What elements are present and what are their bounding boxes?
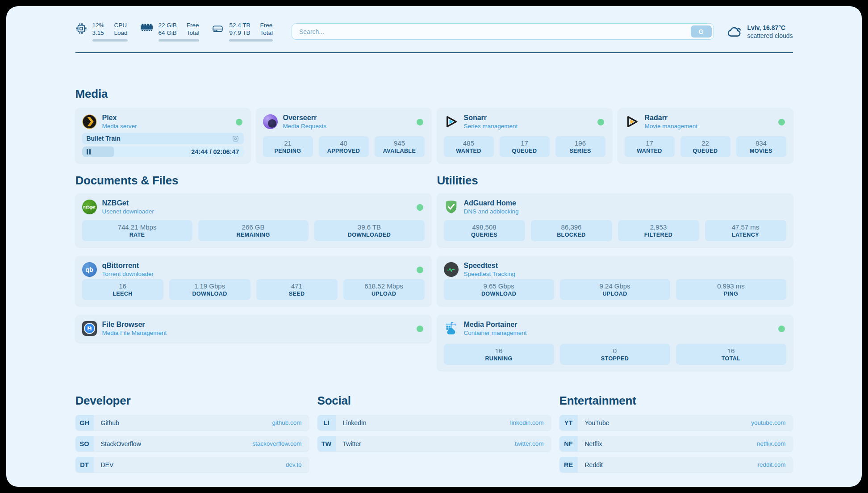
bookmark-youtube[interactable]: YT YouTube youtube.com [559, 415, 793, 430]
stat-box: 86,396 BLOCKED [531, 220, 612, 241]
portainer-logo-icon [444, 321, 459, 336]
disk-icon [212, 23, 224, 35]
disk-resource-widget: 52.4 TB 97.9 TB Free Total [212, 21, 273, 42]
stat-label: DOWNLOAD [481, 291, 516, 297]
developer-bookmarks-group: Developer GH Github github.com SO StackO… [75, 394, 309, 478]
filebrowser-desc: Media File Management [102, 330, 167, 336]
stat-box: 16 LEECH [82, 279, 163, 300]
plex-desc: Media server [102, 123, 137, 130]
stat-label: APPROVED [327, 148, 360, 154]
ram-icon [140, 23, 153, 32]
plex-now-playing-row: Bullet Train [82, 133, 244, 144]
stat-box: 485 WANTED [444, 136, 494, 157]
plex-card[interactable]: Plex Media server Bullet Train [75, 108, 250, 163]
adguard-desc: DNS and adblocking [464, 208, 519, 215]
stat-value: 17 [521, 139, 528, 147]
bookmark-stackoverflow[interactable]: SO StackOverflow stackoverflow.com [75, 436, 309, 451]
bookmark-abbr: SO [75, 436, 94, 451]
filebrowser-card[interactable]: File Browser Media File Management [75, 315, 431, 343]
weather-location: Lviv, 16.87°C [747, 24, 793, 32]
bookmark-twitter[interactable]: TW Twitter twitter.com [317, 436, 551, 451]
documents-section: Documents & Files nzbget NZBGet Usenet d… [75, 174, 431, 371]
plex-title: Plex [102, 114, 137, 122]
stat-box: 40 APPROVED [319, 136, 369, 157]
stat-box: 16 TOTAL [676, 344, 786, 365]
stat-value: 21 [284, 139, 292, 147]
stat-value: 39.6 TB [358, 223, 381, 231]
bookmark-name: StackOverflow [101, 440, 141, 447]
adguard-title: AdGuard Home [464, 199, 519, 207]
ram-free-label: Free [187, 21, 200, 29]
bookmark-name: DEV [101, 461, 114, 468]
speedtest-desc: Speedtest Tracking [464, 271, 516, 277]
qbittorrent-card[interactable]: qb qBittorrent Torrent downloader 16 LEE… [75, 256, 431, 306]
qbittorrent-title: qBittorrent [102, 262, 154, 270]
sonarr-title: Sonarr [464, 114, 518, 122]
stat-box: 9.65 Gbps DOWNLOAD [444, 279, 554, 300]
stat-label: QUERIES [471, 232, 497, 238]
bookmark-dev[interactable]: DT DEV dev.to [75, 457, 309, 472]
radarr-card[interactable]: Radarr Movie management 17 WANTED 22 QUE… [618, 108, 793, 163]
search-input[interactable] [292, 23, 714, 40]
bookmark-github[interactable]: GH Github github.com [75, 415, 309, 430]
bookmark-netflix[interactable]: NF Netflix netflix.com [559, 436, 793, 451]
bookmark-name: YouTube [585, 419, 609, 426]
radarr-status-dot [778, 119, 785, 125]
bookmark-reddit[interactable]: RE Reddit reddit.com [559, 457, 793, 472]
stat-box: 498,508 QUERIES [444, 220, 525, 241]
search-go-button[interactable]: G [691, 25, 712, 38]
speedtest-card[interactable]: Speedtest Speedtest Tracking 9.65 Gbps D… [437, 256, 793, 306]
stat-box: 22 QUEUED [680, 136, 730, 157]
adguard-card[interactable]: AdGuard Home DNS and adblocking 498,508 … [437, 193, 793, 247]
bookmark-linkedin[interactable]: LI LinkedIn linkedin.com [317, 415, 551, 430]
pause-icon [87, 149, 91, 155]
stat-label: RATE [129, 232, 145, 238]
qbittorrent-status-dot [417, 267, 423, 273]
stat-value: 86,396 [561, 223, 582, 231]
nzbget-card[interactable]: nzbget NZBGet Usenet downloader 744.21 M… [75, 193, 431, 247]
bookmark-url: twitter.com [515, 440, 544, 447]
nzbget-status-dot [417, 204, 423, 211]
stat-box: 2,953 FILTERED [618, 220, 699, 241]
portainer-card[interactable]: Media Portainer Container management 16 … [437, 315, 793, 371]
plex-playback-time: 24:44 / 02:06:47 [191, 148, 239, 155]
plex-status-dot [236, 119, 242, 125]
dashboard-frame: 12% 3.15 CPU Load [0, 0, 868, 493]
stat-label: WANTED [637, 148, 662, 154]
now-playing-icon [232, 135, 239, 142]
stat-value: 744.21 Mbps [118, 223, 157, 231]
bookmark-name: Reddit [585, 461, 603, 468]
stat-label: PENDING [275, 148, 301, 154]
stat-value: 2,953 [650, 223, 667, 231]
stat-label: DOWNLOAD [192, 291, 227, 297]
stat-label: PING [724, 291, 738, 297]
sonarr-desc: Series management [464, 123, 518, 130]
portainer-desc: Container management [464, 330, 527, 336]
stat-box: 0 STOPPED [560, 344, 670, 365]
memory-resource-widget: 22 GiB 64 GiB Free Total [140, 21, 200, 42]
stat-label: LATENCY [732, 232, 759, 238]
sonarr-card[interactable]: Sonarr Series management 485 WANTED 17 Q… [437, 108, 612, 163]
stat-value: 16 [495, 347, 503, 355]
entertainment-bookmarks-group: Entertainment YT YouTube youtube.com NF … [559, 394, 793, 478]
ram-free-value: 22 GiB [159, 21, 177, 29]
weather-condition: scattered clouds [747, 32, 793, 40]
stat-value: 16 [119, 282, 126, 290]
adguard-logo-icon [444, 200, 459, 214]
plex-now-playing-title: Bullet Train [87, 135, 121, 142]
nzbget-title: NZBGet [102, 199, 154, 207]
nzbget-logo-icon: nzbget [82, 200, 97, 214]
filebrowser-logo-icon [82, 321, 97, 336]
bookmark-url: github.com [272, 419, 301, 426]
portainer-title: Media Portainer [464, 321, 527, 329]
stat-value: 498,508 [472, 223, 496, 231]
stat-box: 17 QUEUED [500, 136, 550, 157]
overseerr-card[interactable]: Overseerr Media Requests 21 PENDING 40 A… [256, 108, 431, 163]
weather-widget[interactable]: Lviv, 16.87°C scattered clouds [726, 24, 793, 40]
radarr-title: Radarr [645, 114, 698, 122]
stat-label: REMAINING [236, 232, 270, 238]
bookmark-abbr: GH [75, 415, 94, 430]
cpu-load-label: Load [114, 29, 128, 37]
plex-progress-bar: 24:44 / 02:06:47 [82, 146, 244, 157]
stat-value: 22 [701, 139, 709, 147]
